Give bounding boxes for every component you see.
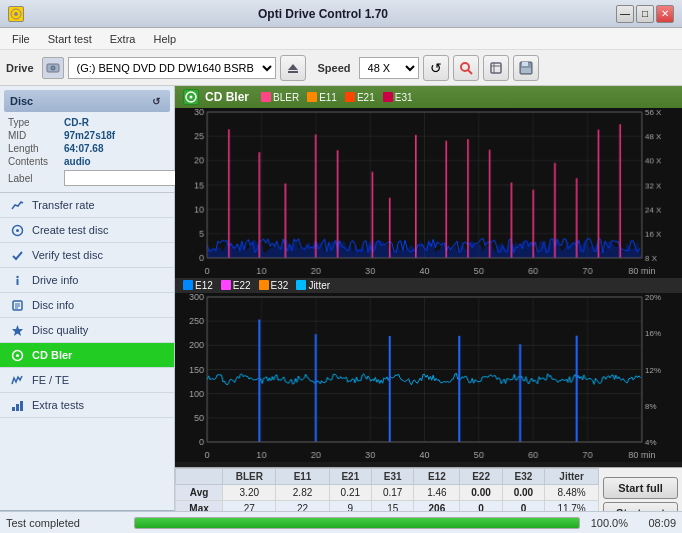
stats-avg-e12: 1.46 — [414, 485, 460, 501]
sidebar-item-cd-bler[interactable]: CD Bler — [0, 343, 174, 368]
extra-tests-icon — [10, 398, 24, 412]
disc-contents-row: Contents audio — [4, 155, 170, 168]
legend-jitter: Jitter — [296, 280, 330, 291]
sidebar-item-fe-te[interactable]: FE / TE — [0, 368, 174, 393]
legend-bler-label: BLER — [273, 92, 299, 103]
close-btn[interactable]: ✕ — [656, 5, 674, 23]
progress-pct: 100.0% — [588, 517, 628, 529]
stats-th-bler: BLER — [223, 469, 276, 485]
app-title: Opti Drive Control 1.70 — [30, 7, 616, 21]
menu-file[interactable]: File — [4, 31, 38, 47]
app-icon — [8, 6, 24, 22]
sidebar-item-verify-test-disc[interactable]: Verify test disc — [0, 243, 174, 268]
svg-rect-18 — [16, 279, 18, 285]
disc-quality-icon — [10, 323, 24, 337]
drive-dropdown[interactable]: (G:) BENQ DVD DD DW1640 BSRB — [68, 57, 276, 79]
chart-title: CD Bler — [205, 90, 249, 104]
menu-start-test[interactable]: Start test — [40, 31, 100, 47]
progress-fill — [135, 518, 579, 528]
drive-selector: (G:) BENQ DVD DD DW1640 BSRB — [42, 57, 276, 79]
chart-bottom-legend: E12 E22 E32 Jitter — [175, 278, 682, 293]
sidebar-item-transfer-rate[interactable]: Transfer rate — [0, 193, 174, 218]
sidebar-item-create-test-disc-label: Create test disc — [32, 224, 108, 236]
svg-point-16 — [16, 229, 19, 232]
svg-line-8 — [468, 70, 472, 74]
disc-refresh-btn[interactable]: ↺ — [148, 93, 164, 109]
legend-e12-color — [183, 280, 193, 290]
top-chart-canvas — [175, 108, 682, 278]
sidebar: Disc ↺ Type CD-R MID 97m27s18f Length 64… — [0, 86, 175, 533]
toolbar: Drive (G:) BENQ DVD DD DW1640 BSRB Speed… — [0, 50, 682, 86]
menu-help[interactable]: Help — [145, 31, 184, 47]
refresh-btn[interactable]: ↺ — [423, 55, 449, 81]
main-content: Disc ↺ Type CD-R MID 97m27s18f Length 64… — [0, 86, 682, 533]
verify-test-disc-icon — [10, 248, 24, 262]
maximize-btn[interactable]: □ — [636, 5, 654, 23]
stats-avg-e22: 0.00 — [460, 485, 502, 501]
chart-icon — [183, 89, 199, 105]
stats-th-e22: E22 — [460, 469, 502, 485]
cd-bler-icon — [10, 348, 24, 362]
sidebar-item-disc-quality-label: Disc quality — [32, 324, 88, 336]
legend-e21-color — [345, 92, 355, 102]
stats-avg-jitter: 8.48% — [545, 485, 599, 501]
svg-marker-5 — [288, 64, 298, 70]
legend-e21-label: E21 — [357, 92, 375, 103]
sidebar-item-drive-info-label: Drive info — [32, 274, 78, 286]
minimize-btn[interactable]: — — [616, 5, 634, 23]
legend-e21: E21 — [345, 92, 375, 103]
disc-type-label: Type — [8, 117, 60, 128]
svg-rect-13 — [522, 62, 528, 66]
legend-e31-label: E31 — [395, 92, 413, 103]
speed-select[interactable]: 48 X — [359, 57, 419, 79]
stats-th-e31: E31 — [372, 469, 414, 485]
legend-e12: E12 — [183, 280, 213, 291]
legend-e31-color — [383, 92, 393, 102]
bottom-chart-canvas — [175, 293, 682, 463]
legend-e32: E32 — [259, 280, 289, 291]
sidebar-item-disc-info[interactable]: Disc info — [0, 293, 174, 318]
sidebar-item-extra-tests[interactable]: Extra tests — [0, 393, 174, 418]
save-btn[interactable] — [513, 55, 539, 81]
start-full-btn[interactable]: Start full — [603, 477, 678, 499]
sidebar-item-disc-quality[interactable]: Disc quality — [0, 318, 174, 343]
progress-time: 08:09 — [636, 517, 676, 529]
eject-btn[interactable] — [280, 55, 306, 81]
scan-btn[interactable] — [453, 55, 479, 81]
stats-avg-e11: 2.82 — [276, 485, 329, 501]
legend-bler: BLER — [261, 92, 299, 103]
stats-th-e11: E11 — [276, 469, 329, 485]
drive-icon — [42, 57, 64, 79]
disc-mid-row: MID 97m27s18f — [4, 129, 170, 142]
disc-panel: Disc ↺ Type CD-R MID 97m27s18f Length 64… — [0, 86, 174, 193]
window-controls: — □ ✕ — [616, 5, 674, 23]
sidebar-item-cd-bler-label: CD Bler — [32, 349, 72, 361]
disc-contents-label: Contents — [8, 156, 60, 167]
disc-mid-label: MID — [8, 130, 60, 141]
svg-rect-6 — [288, 71, 298, 73]
svg-point-30 — [190, 96, 193, 99]
stats-header-row: BLER E11 E21 E31 E12 E22 E32 Jitter — [176, 469, 599, 485]
disc-info-icon — [10, 298, 24, 312]
create-test-disc-icon — [10, 223, 24, 237]
stats-th-e12: E12 — [414, 469, 460, 485]
legend-e31: E31 — [383, 92, 413, 103]
disc-label-label: Label — [8, 173, 60, 184]
disc-label-row: Label ✎ — [4, 168, 170, 188]
disc-title: Disc — [10, 95, 33, 107]
sidebar-item-transfer-rate-label: Transfer rate — [32, 199, 95, 211]
sidebar-item-create-test-disc[interactable]: Create test disc — [0, 218, 174, 243]
disc-type-row: Type CD-R — [4, 116, 170, 129]
sidebar-item-disc-info-label: Disc info — [32, 299, 74, 311]
sidebar-item-drive-info[interactable]: Drive info — [0, 268, 174, 293]
chart-area: CD Bler BLER E11 E21 E31 — [175, 86, 682, 533]
legend-e32-label: E32 — [271, 280, 289, 291]
tools-btn[interactable] — [483, 55, 509, 81]
status-text: Test completed — [6, 517, 126, 529]
svg-rect-26 — [12, 407, 15, 411]
drive-info-icon — [10, 273, 24, 287]
menu-extra[interactable]: Extra — [102, 31, 144, 47]
stats-avg-e21: 0.21 — [329, 485, 371, 501]
legend-jitter-label: Jitter — [308, 280, 330, 291]
status-bar: Test completed 100.0% 08:09 — [0, 511, 682, 533]
